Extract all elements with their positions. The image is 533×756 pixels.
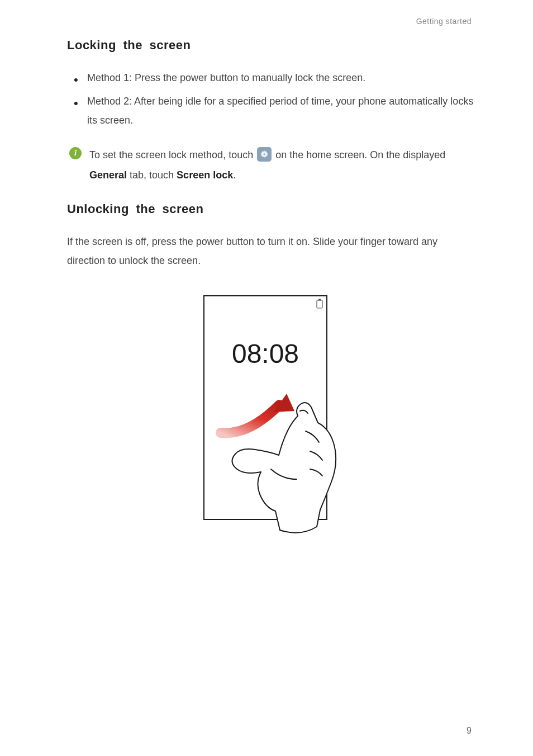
info-callout: i To set the screen lock method, touch o… [69,145,474,185]
info-text-mid: on the home screen. On the displayed [273,149,445,160]
chapter-header: Getting started [67,17,474,26]
info-text: To set the screen lock method, touch on … [89,145,474,185]
page-number: 9 [467,726,472,736]
info-icon: i [69,147,82,159]
unlocking-paragraph: If the screen is off, press the power bu… [67,232,474,270]
unlock-gesture-figure: 08:08 [67,290,474,553]
info-text-end: . [233,169,236,181]
info-text-pre: To set the screen lock method, touch [89,149,256,160]
locking-methods-list: Method 1: Press the power button to manu… [72,68,474,130]
svg-point-1 [263,153,266,155]
settings-icon [257,147,272,162]
list-item: Method 1: Press the power button to manu… [72,68,474,87]
section-unlocking-heading: Unlocking the screen [67,202,474,216]
svg-rect-4 [318,299,321,300]
section-locking-heading: Locking the screen [67,38,474,53]
info-text-mid2: tab, touch [127,169,177,181]
info-bold-screenlock: Screen lock [177,169,233,181]
lockscreen-clock: 08:08 [231,339,298,368]
list-item: Method 2: After being idle for a specifi… [72,92,474,130]
info-bold-general: General [89,169,127,181]
